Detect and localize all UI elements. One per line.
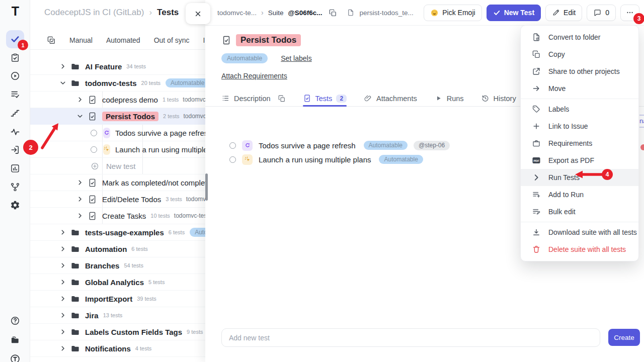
- chevron-right-icon[interactable]: [59, 295, 66, 302]
- tree-row[interactable]: todomvc-tests20 testsAutomatable: [30, 75, 205, 92]
- tree-row[interactable]: Branches54 tests: [30, 257, 205, 274]
- tree-item-label: Labels Custom Fields Tags: [85, 328, 182, 336]
- chevron-right-icon[interactable]: [59, 279, 66, 286]
- sidebar-item-logo-badge[interactable]: [6, 350, 24, 362]
- chevron-down-icon[interactable]: [76, 113, 84, 120]
- sidebar-item-pulse[interactable]: [6, 123, 24, 141]
- sidebar-item-branch[interactable]: [6, 178, 24, 196]
- plus-circle-icon[interactable]: [91, 162, 99, 170]
- menu-item-download-suite-with-all-tests[interactable]: Download suite with all tests: [521, 224, 638, 241]
- menu-item-labels[interactable]: Labels: [521, 101, 638, 118]
- tab-runs[interactable]: Runs: [434, 90, 464, 106]
- tree-row[interactable]: Notifications4 tests: [30, 340, 205, 357]
- filter-manual[interactable]: Manual: [69, 36, 93, 44]
- chevron-right-icon[interactable]: [76, 196, 84, 203]
- sidebar-item-clipboard-check[interactable]: [6, 49, 24, 67]
- sidebar-item-play-circle[interactable]: [6, 67, 24, 85]
- breadcrumb-project[interactable]: CodeceptJS in CI (GitLab): [44, 8, 144, 18]
- new-test-label: New test: [106, 162, 135, 170]
- menu-item-requirements[interactable]: Requirements: [521, 135, 638, 152]
- tree-row[interactable]: codepress demo1 teststodomvc-tests: [30, 92, 205, 108]
- filter-out-of-sync[interactable]: Out of sync: [154, 36, 190, 44]
- add-new-test-input[interactable]: [221, 328, 600, 347]
- svg-text:PDF: PDF: [533, 159, 539, 162]
- menu-item-export-as-pdf[interactable]: PDF Export as PDF: [521, 152, 638, 169]
- folder-icon: [70, 344, 80, 353]
- copy-icon[interactable]: [329, 9, 337, 17]
- tab-label: History: [494, 95, 516, 103]
- tab-tests[interactable]: Tests 2: [303, 90, 347, 106]
- sidebar-item-import[interactable]: [6, 141, 24, 159]
- chevron-right-icon[interactable]: [76, 96, 84, 103]
- test-title[interactable]: Launch a run using multiple plans: [259, 155, 371, 164]
- tree-row[interactable]: ImportExport39 tests: [30, 291, 205, 307]
- new-test-button[interactable]: New Test: [487, 5, 541, 21]
- menu-item-move[interactable]: Move: [521, 80, 638, 97]
- chevron-right-icon[interactable]: [59, 345, 66, 352]
- tree-row[interactable]: tests-usage-examples6 testsAutomatable: [30, 224, 205, 241]
- chevron-right-icon[interactable]: [59, 328, 66, 335]
- sidebar-item-gear[interactable]: [6, 196, 24, 214]
- test-radio[interactable]: [91, 146, 97, 153]
- tab-description[interactable]: Description: [221, 90, 286, 106]
- menu-item-link-to-issue[interactable]: Link to Issue: [521, 118, 638, 135]
- tree-item-count: 9 tests: [187, 329, 203, 335]
- tree-row[interactable]: Automation6 tests: [30, 241, 205, 257]
- chevron-right-icon[interactable]: [59, 262, 66, 269]
- tree-row[interactable]: Todos survive a page refresh: [30, 125, 205, 141]
- tree-row[interactable]: Jira13 tests: [30, 307, 205, 324]
- tree-row[interactable]: Persist Todos2 teststodomvc-tests: [30, 108, 205, 125]
- chevron-down-icon[interactable]: [59, 79, 66, 86]
- menu-item-run-tests[interactable]: Run Tests: [521, 169, 638, 186]
- copy-icon[interactable]: [278, 95, 286, 103]
- menu-item-bulk-edit[interactable]: Bulk edit: [521, 203, 638, 220]
- tree-item-label: AI Feature: [85, 62, 122, 71]
- test-radio[interactable]: [229, 156, 236, 163]
- tree-row[interactable]: Labels Custom Fields Tags9 tests: [30, 324, 205, 340]
- import-icon: [10, 145, 20, 155]
- sidebar-item-list-check[interactable]: [6, 85, 24, 104]
- menu-item-copy[interactable]: Copy: [521, 46, 638, 63]
- tree-row[interactable]: Mark as completed/not completed: [30, 174, 205, 191]
- chevron-right-icon[interactable]: [59, 63, 66, 70]
- tree-row[interactable]: Launch a run using multiple plans: [30, 141, 205, 158]
- file-check-icon: [88, 112, 97, 121]
- attach-requirements-link[interactable]: Attach Requirements: [221, 72, 287, 80]
- tree-row[interactable]: Global Analytics5 tests: [30, 274, 205, 291]
- sidebar-item-steps[interactable]: [6, 104, 24, 122]
- edit-button[interactable]: Edit: [545, 5, 582, 21]
- close-panel-button[interactable]: [186, 3, 210, 24]
- toolbar-breadcrumb-folder[interactable]: todomvc-te...: [217, 9, 257, 17]
- menu-item-add-to-run[interactable]: Add to Run: [521, 186, 638, 203]
- tab-history[interactable]: History: [481, 90, 516, 106]
- chevron-right-icon[interactable]: [59, 245, 66, 252]
- sidebar-item-bar-chart[interactable]: [6, 159, 24, 177]
- folder-icon: [70, 327, 80, 337]
- sidebar-item-help[interactable]: [6, 312, 24, 330]
- comments-button[interactable]: 0: [587, 5, 616, 21]
- filter-automated[interactable]: Automated: [106, 36, 140, 44]
- tree-row[interactable]: AI Feature34 tests: [30, 58, 205, 75]
- test-title[interactable]: Todos survive a page refresh: [259, 141, 356, 150]
- menu-item-convert-to-folder[interactable]: Convert to folder: [521, 29, 638, 46]
- test-radio[interactable]: [229, 142, 236, 149]
- tree-row[interactable]: Edit/Delete Todos3 teststodomvc-tests: [30, 191, 205, 208]
- menu-item-share-to-other-projects[interactable]: Share to other projects: [521, 63, 638, 80]
- test-radio[interactable]: [91, 130, 97, 136]
- tree-scrollbar-thumb[interactable]: [205, 173, 208, 201]
- pick-emoji-button[interactable]: Pick Emoji: [424, 5, 481, 21]
- chevron-right-icon[interactable]: [59, 229, 66, 236]
- menu-item-delete-suite-with-all-tests[interactable]: Delete suite with all tests: [521, 241, 638, 258]
- chevron-right-icon[interactable]: [76, 212, 84, 219]
- filter-check-icon[interactable]: [47, 36, 56, 45]
- tree-row[interactable]: New test: [30, 158, 205, 174]
- set-labels-link[interactable]: Set labels: [281, 54, 311, 62]
- tree-row[interactable]: Create Tasks10 teststodomvc-tests: [30, 208, 205, 224]
- chevron-right-icon[interactable]: [76, 179, 84, 186]
- folder-icon: [70, 311, 80, 320]
- chevron-right-icon[interactable]: [59, 312, 66, 319]
- menu-item-label: Delete suite with all tests: [548, 245, 626, 253]
- tab-attachments[interactable]: Attachments: [364, 90, 417, 106]
- sidebar-item-folders[interactable]: [6, 331, 24, 349]
- create-test-button[interactable]: Create: [608, 329, 640, 346]
